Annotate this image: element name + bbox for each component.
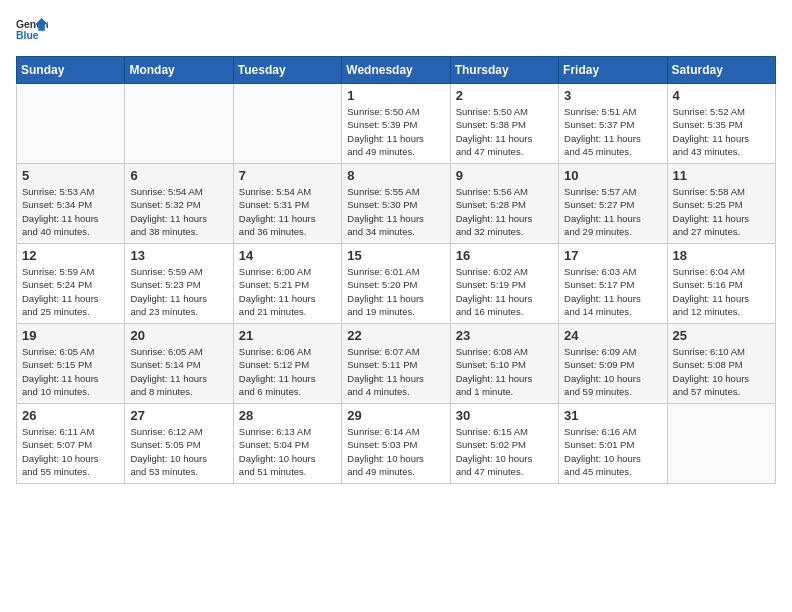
day-info: Sunrise: 6:11 AM Sunset: 5:07 PM Dayligh… [22, 425, 119, 478]
calendar-cell: 8Sunrise: 5:55 AM Sunset: 5:30 PM Daylig… [342, 164, 450, 244]
day-info: Sunrise: 5:50 AM Sunset: 5:39 PM Dayligh… [347, 105, 444, 158]
day-number: 25 [673, 328, 770, 343]
calendar-cell: 9Sunrise: 5:56 AM Sunset: 5:28 PM Daylig… [450, 164, 558, 244]
weekday-header-monday: Monday [125, 57, 233, 84]
day-info: Sunrise: 5:51 AM Sunset: 5:37 PM Dayligh… [564, 105, 661, 158]
calendar-cell: 29Sunrise: 6:14 AM Sunset: 5:03 PM Dayli… [342, 404, 450, 484]
day-number: 15 [347, 248, 444, 263]
calendar-week-5: 26Sunrise: 6:11 AM Sunset: 5:07 PM Dayli… [17, 404, 776, 484]
day-number: 4 [673, 88, 770, 103]
day-info: Sunrise: 5:58 AM Sunset: 5:25 PM Dayligh… [673, 185, 770, 238]
calendar-week-1: 1Sunrise: 5:50 AM Sunset: 5:39 PM Daylig… [17, 84, 776, 164]
day-number: 9 [456, 168, 553, 183]
day-number: 7 [239, 168, 336, 183]
day-info: Sunrise: 5:56 AM Sunset: 5:28 PM Dayligh… [456, 185, 553, 238]
calendar-cell: 10Sunrise: 5:57 AM Sunset: 5:27 PM Dayli… [559, 164, 667, 244]
day-info: Sunrise: 6:01 AM Sunset: 5:20 PM Dayligh… [347, 265, 444, 318]
calendar-cell [17, 84, 125, 164]
calendar-header: SundayMondayTuesdayWednesdayThursdayFrid… [17, 57, 776, 84]
day-info: Sunrise: 6:13 AM Sunset: 5:04 PM Dayligh… [239, 425, 336, 478]
day-number: 6 [130, 168, 227, 183]
calendar-cell: 17Sunrise: 6:03 AM Sunset: 5:17 PM Dayli… [559, 244, 667, 324]
day-info: Sunrise: 6:09 AM Sunset: 5:09 PM Dayligh… [564, 345, 661, 398]
calendar-cell: 31Sunrise: 6:16 AM Sunset: 5:01 PM Dayli… [559, 404, 667, 484]
day-info: Sunrise: 6:06 AM Sunset: 5:12 PM Dayligh… [239, 345, 336, 398]
calendar-cell: 24Sunrise: 6:09 AM Sunset: 5:09 PM Dayli… [559, 324, 667, 404]
day-number: 11 [673, 168, 770, 183]
day-number: 18 [673, 248, 770, 263]
calendar-cell: 25Sunrise: 6:10 AM Sunset: 5:08 PM Dayli… [667, 324, 775, 404]
day-info: Sunrise: 6:08 AM Sunset: 5:10 PM Dayligh… [456, 345, 553, 398]
calendar-cell: 7Sunrise: 5:54 AM Sunset: 5:31 PM Daylig… [233, 164, 341, 244]
day-info: Sunrise: 5:54 AM Sunset: 5:31 PM Dayligh… [239, 185, 336, 238]
day-number: 30 [456, 408, 553, 423]
day-number: 13 [130, 248, 227, 263]
day-info: Sunrise: 6:04 AM Sunset: 5:16 PM Dayligh… [673, 265, 770, 318]
page-header: General Blue [16, 16, 776, 44]
calendar-cell [667, 404, 775, 484]
day-number: 31 [564, 408, 661, 423]
day-info: Sunrise: 6:05 AM Sunset: 5:15 PM Dayligh… [22, 345, 119, 398]
calendar-table: SundayMondayTuesdayWednesdayThursdayFrid… [16, 56, 776, 484]
day-number: 21 [239, 328, 336, 343]
weekday-header-tuesday: Tuesday [233, 57, 341, 84]
day-info: Sunrise: 5:54 AM Sunset: 5:32 PM Dayligh… [130, 185, 227, 238]
day-info: Sunrise: 6:03 AM Sunset: 5:17 PM Dayligh… [564, 265, 661, 318]
calendar-cell: 26Sunrise: 6:11 AM Sunset: 5:07 PM Dayli… [17, 404, 125, 484]
day-info: Sunrise: 5:59 AM Sunset: 5:23 PM Dayligh… [130, 265, 227, 318]
day-number: 8 [347, 168, 444, 183]
day-info: Sunrise: 5:53 AM Sunset: 5:34 PM Dayligh… [22, 185, 119, 238]
calendar-cell: 27Sunrise: 6:12 AM Sunset: 5:05 PM Dayli… [125, 404, 233, 484]
calendar-week-3: 12Sunrise: 5:59 AM Sunset: 5:24 PM Dayli… [17, 244, 776, 324]
calendar-cell: 12Sunrise: 5:59 AM Sunset: 5:24 PM Dayli… [17, 244, 125, 324]
day-number: 2 [456, 88, 553, 103]
calendar-cell: 30Sunrise: 6:15 AM Sunset: 5:02 PM Dayli… [450, 404, 558, 484]
day-number: 3 [564, 88, 661, 103]
day-info: Sunrise: 6:07 AM Sunset: 5:11 PM Dayligh… [347, 345, 444, 398]
day-info: Sunrise: 5:59 AM Sunset: 5:24 PM Dayligh… [22, 265, 119, 318]
day-number: 14 [239, 248, 336, 263]
day-info: Sunrise: 5:55 AM Sunset: 5:30 PM Dayligh… [347, 185, 444, 238]
calendar-cell: 22Sunrise: 6:07 AM Sunset: 5:11 PM Dayli… [342, 324, 450, 404]
weekday-header-sunday: Sunday [17, 57, 125, 84]
calendar-cell: 15Sunrise: 6:01 AM Sunset: 5:20 PM Dayli… [342, 244, 450, 324]
weekday-header-saturday: Saturday [667, 57, 775, 84]
calendar-cell: 16Sunrise: 6:02 AM Sunset: 5:19 PM Dayli… [450, 244, 558, 324]
day-info: Sunrise: 6:16 AM Sunset: 5:01 PM Dayligh… [564, 425, 661, 478]
day-info: Sunrise: 5:52 AM Sunset: 5:35 PM Dayligh… [673, 105, 770, 158]
day-number: 23 [456, 328, 553, 343]
calendar-cell: 19Sunrise: 6:05 AM Sunset: 5:15 PM Dayli… [17, 324, 125, 404]
calendar-cell: 28Sunrise: 6:13 AM Sunset: 5:04 PM Dayli… [233, 404, 341, 484]
day-number: 24 [564, 328, 661, 343]
calendar-cell: 14Sunrise: 6:00 AM Sunset: 5:21 PM Dayli… [233, 244, 341, 324]
day-info: Sunrise: 6:14 AM Sunset: 5:03 PM Dayligh… [347, 425, 444, 478]
day-number: 12 [22, 248, 119, 263]
logo-icon: General Blue [16, 16, 48, 44]
day-number: 1 [347, 88, 444, 103]
calendar-cell [125, 84, 233, 164]
weekday-header-thursday: Thursday [450, 57, 558, 84]
day-number: 29 [347, 408, 444, 423]
day-info: Sunrise: 6:15 AM Sunset: 5:02 PM Dayligh… [456, 425, 553, 478]
calendar-week-2: 5Sunrise: 5:53 AM Sunset: 5:34 PM Daylig… [17, 164, 776, 244]
day-number: 26 [22, 408, 119, 423]
day-info: Sunrise: 5:57 AM Sunset: 5:27 PM Dayligh… [564, 185, 661, 238]
calendar-cell: 1Sunrise: 5:50 AM Sunset: 5:39 PM Daylig… [342, 84, 450, 164]
day-number: 16 [456, 248, 553, 263]
svg-text:Blue: Blue [16, 30, 39, 41]
calendar-cell: 5Sunrise: 5:53 AM Sunset: 5:34 PM Daylig… [17, 164, 125, 244]
calendar-cell: 20Sunrise: 6:05 AM Sunset: 5:14 PM Dayli… [125, 324, 233, 404]
calendar-cell [233, 84, 341, 164]
day-number: 5 [22, 168, 119, 183]
day-info: Sunrise: 6:10 AM Sunset: 5:08 PM Dayligh… [673, 345, 770, 398]
day-number: 17 [564, 248, 661, 263]
day-info: Sunrise: 6:00 AM Sunset: 5:21 PM Dayligh… [239, 265, 336, 318]
day-number: 28 [239, 408, 336, 423]
calendar-cell: 2Sunrise: 5:50 AM Sunset: 5:38 PM Daylig… [450, 84, 558, 164]
calendar-cell: 6Sunrise: 5:54 AM Sunset: 5:32 PM Daylig… [125, 164, 233, 244]
day-info: Sunrise: 5:50 AM Sunset: 5:38 PM Dayligh… [456, 105, 553, 158]
logo: General Blue [16, 16, 48, 44]
day-number: 20 [130, 328, 227, 343]
calendar-cell: 11Sunrise: 5:58 AM Sunset: 5:25 PM Dayli… [667, 164, 775, 244]
calendar-cell: 4Sunrise: 5:52 AM Sunset: 5:35 PM Daylig… [667, 84, 775, 164]
